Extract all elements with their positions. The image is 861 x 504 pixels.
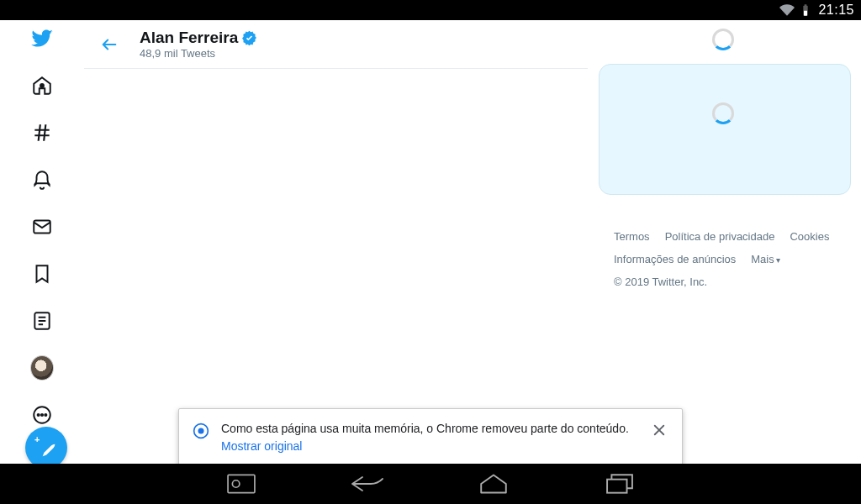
footer-link-privacy[interactable]: Política de privacidade [665, 230, 775, 243]
tweet-count-subtitle: 48,9 mil Tweets [140, 47, 256, 60]
footer-links: Termos Política de privacidade Cookies I… [614, 230, 851, 288]
chrome-icon [193, 423, 209, 439]
more-icon[interactable] [30, 403, 54, 427]
android-status-bar: 21:15 [0, 0, 861, 20]
home-icon[interactable] [30, 74, 54, 97]
left-sidebar: + [0, 20, 84, 464]
screenshot-button[interactable] [224, 472, 258, 496]
lists-icon[interactable] [30, 309, 54, 333]
footer-link-ads[interactable]: Informações de anúncios [614, 253, 736, 265]
svg-rect-11 [607, 480, 626, 493]
messages-icon[interactable] [30, 215, 54, 239]
loading-spinner-icon [712, 102, 734, 124]
wifi-icon [779, 3, 795, 18]
footer-link-terms[interactable]: Termos [614, 230, 650, 243]
android-nav-bar [0, 464, 861, 504]
svg-point-10 [232, 480, 240, 488]
svg-point-8 [198, 428, 204, 434]
svg-point-4 [38, 414, 40, 416]
back-nav-button[interactable] [351, 472, 384, 496]
twitter-app: + Alan Ferreira 48,9 mil Tweets Termos P… [0, 20, 861, 464]
chrome-memory-toast: Como esta página usa muita memória, o Ch… [178, 408, 683, 469]
battery-icon [798, 3, 813, 18]
back-button[interactable] [94, 29, 124, 60]
profile-header: Alan Ferreira 48,9 mil Tweets [84, 20, 588, 69]
loading-spinner-icon [712, 29, 734, 50]
svg-point-0 [40, 84, 44, 87]
chevron-down-icon: ▾ [776, 255, 780, 265]
recent-apps-button[interactable] [603, 472, 637, 496]
toast-close-button[interactable] [652, 423, 668, 439]
sidebar-card-placeholder [599, 64, 851, 195]
home-nav-button[interactable] [477, 472, 510, 496]
profile-avatar[interactable] [30, 356, 54, 380]
twitter-logo-icon[interactable] [30, 27, 54, 50]
svg-point-5 [41, 414, 43, 416]
toast-message: Como esta página usa muita memória, o Ch… [221, 422, 629, 435]
bookmarks-icon[interactable] [30, 262, 54, 286]
compose-tweet-button[interactable]: + [25, 427, 67, 469]
svg-point-6 [45, 414, 46, 416]
status-time: 21:15 [818, 3, 854, 18]
notifications-icon[interactable] [30, 168, 54, 192]
footer-copyright: © 2019 Twitter, Inc. [614, 276, 707, 288]
verified-badge-icon [241, 30, 256, 45]
profile-name: Alan Ferreira [140, 29, 238, 47]
footer-link-cookies[interactable]: Cookies [790, 230, 829, 243]
explore-icon[interactable] [30, 121, 54, 144]
footer-link-more[interactable]: Mais▾ [751, 253, 779, 265]
toast-show-original-link[interactable]: Mostrar original [221, 438, 640, 454]
